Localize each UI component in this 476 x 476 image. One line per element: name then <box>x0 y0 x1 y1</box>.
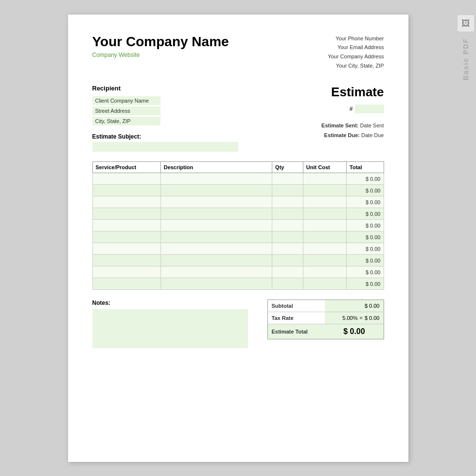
table-row[interactable]: $ 0.00 <box>92 196 384 208</box>
row-cell[interactable] <box>272 208 303 220</box>
table-row[interactable]: $ 0.00 <box>92 173 384 185</box>
estimate-number-field[interactable] <box>355 105 384 113</box>
recipient-estimate-section: Recipient Client Company Name Street Add… <box>92 85 384 152</box>
estimate-sent-value[interactable]: Date Sent <box>360 123 384 128</box>
company-address: Your Company Address <box>328 52 384 61</box>
row-cell[interactable] <box>303 266 346 278</box>
total-cell[interactable]: $ 0.00 <box>347 278 384 290</box>
col-unit-cost: Unit Cost <box>303 162 346 173</box>
row-cell[interactable] <box>92 266 160 278</box>
row-cell[interactable] <box>92 243 160 255</box>
table-row[interactable]: $ 0.00 <box>92 255 384 266</box>
row-cell[interactable] <box>303 185 346 196</box>
table-row[interactable]: $ 0.00 <box>92 208 384 220</box>
row-cell[interactable] <box>303 220 346 231</box>
subtotal-value: $ 0.00 <box>325 300 384 312</box>
subtotal-label: Subtotal <box>267 300 325 312</box>
row-cell[interactable] <box>272 231 303 243</box>
estimate-sent-row: Estimate Sent: Date Sent <box>277 121 384 131</box>
row-cell[interactable] <box>92 220 160 231</box>
row-cell[interactable] <box>92 231 160 243</box>
total-cell[interactable]: $ 0.00 <box>347 255 384 266</box>
row-cell[interactable] <box>160 266 272 278</box>
row-cell[interactable] <box>303 231 346 243</box>
row-cell[interactable] <box>92 278 160 290</box>
row-cell[interactable] <box>303 255 346 266</box>
notes-label: Notes: <box>92 300 258 306</box>
grand-total-label: Estimate Total <box>267 324 325 339</box>
document-header: Your Company Name Company Website Your P… <box>92 34 384 71</box>
table-row[interactable]: $ 0.00 <box>92 220 384 231</box>
row-cell[interactable] <box>272 278 303 290</box>
total-cell[interactable]: $ 0.00 <box>347 266 384 278</box>
table-row[interactable]: $ 0.00 <box>92 243 384 255</box>
sidebar-tab: 🖼 Basic PDF <box>456 15 476 80</box>
row-cell[interactable] <box>160 231 272 243</box>
total-cell[interactable]: $ 0.00 <box>347 173 384 185</box>
col-description: Description <box>160 162 272 173</box>
row-cell[interactable] <box>272 243 303 255</box>
row-cell[interactable] <box>272 266 303 278</box>
row-cell[interactable] <box>303 243 346 255</box>
total-cell[interactable]: $ 0.00 <box>347 185 384 196</box>
col-total: Total <box>347 162 384 173</box>
row-cell[interactable] <box>92 255 160 266</box>
company-city: Your City, State, ZIP <box>328 61 384 71</box>
bottom-section: Notes: Subtotal $ 0.00 Tax Rate 5.00% <box>92 300 384 348</box>
grand-total-value: $ 0.00 <box>325 324 384 339</box>
company-website: Company Website <box>92 52 229 58</box>
row-cell[interactable] <box>272 185 303 196</box>
row-cell[interactable] <box>272 220 303 231</box>
estimate-due-value[interactable]: Date Due <box>361 132 384 138</box>
table-row[interactable]: $ 0.00 <box>92 266 384 278</box>
company-left: Your Company Name Company Website <box>92 34 229 58</box>
company-contact: Your Phone Number Your Email Address You… <box>328 34 384 71</box>
row-cell[interactable] <box>160 220 272 231</box>
row-cell[interactable] <box>303 208 346 220</box>
total-cell[interactable]: $ 0.00 <box>347 208 384 220</box>
total-cell[interactable]: $ 0.00 <box>347 243 384 255</box>
table-row[interactable]: $ 0.00 <box>92 231 384 243</box>
city-state-zip[interactable]: City, State, ZIP <box>92 117 160 125</box>
tax-label: Tax Rate <box>267 312 325 324</box>
total-cell[interactable]: $ 0.00 <box>347 220 384 231</box>
row-cell[interactable] <box>303 173 346 185</box>
estimate-subject-label: Estimate Subject: <box>92 133 277 140</box>
row-cell[interactable] <box>160 173 272 185</box>
row-cell[interactable] <box>272 196 303 208</box>
col-service: Service/Product <box>92 162 160 173</box>
tax-value: 5.00% = $ 0.00 <box>325 312 384 324</box>
row-cell[interactable] <box>92 173 160 185</box>
row-cell[interactable] <box>160 208 272 220</box>
table-row[interactable]: $ 0.00 <box>92 278 384 290</box>
row-cell[interactable] <box>160 278 272 290</box>
estimate-subject-field[interactable] <box>92 142 238 152</box>
estimate-title: Estimate <box>277 85 384 100</box>
row-cell[interactable] <box>303 196 346 208</box>
row-cell[interactable] <box>92 185 160 196</box>
total-cell[interactable]: $ 0.00 <box>347 231 384 243</box>
row-cell[interactable] <box>160 196 272 208</box>
row-cell[interactable] <box>160 185 272 196</box>
total-cell[interactable]: $ 0.00 <box>347 196 384 208</box>
subtotal-row: Subtotal $ 0.00 <box>267 300 384 312</box>
estimate-due-row: Estimate Due: Date Due <box>277 131 384 141</box>
pdf-icon: 🖼 <box>457 15 475 32</box>
row-cell[interactable] <box>92 196 160 208</box>
row-cell[interactable] <box>272 173 303 185</box>
client-company[interactable]: Client Company Name <box>92 96 160 105</box>
estimate-sent-label: Estimate Sent: <box>321 123 358 128</box>
row-cell[interactable] <box>160 243 272 255</box>
street-address[interactable]: Street Address <box>92 106 160 115</box>
row-cell[interactable] <box>272 255 303 266</box>
row-cell[interactable] <box>160 255 272 266</box>
totals-section: Subtotal $ 0.00 Tax Rate 5.00% = $ 0.00 <box>267 300 384 339</box>
notes-field[interactable] <box>92 309 248 348</box>
row-cell[interactable] <box>303 278 346 290</box>
tax-rate: 5.00% <box>342 315 357 321</box>
estimate-subject-section: Estimate Subject: <box>92 133 277 152</box>
notes-section: Notes: <box>92 300 258 348</box>
table-row[interactable]: $ 0.00 <box>92 185 384 196</box>
grand-total-row: Estimate Total $ 0.00 <box>267 324 384 339</box>
row-cell[interactable] <box>92 208 160 220</box>
